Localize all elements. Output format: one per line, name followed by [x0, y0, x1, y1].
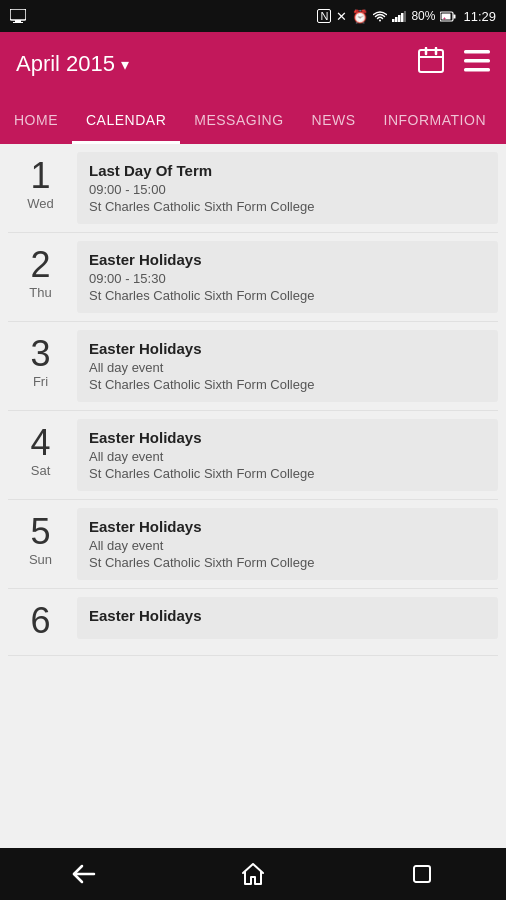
event-time-3: All day event — [89, 360, 486, 375]
battery-icon: + — [440, 11, 456, 22]
home-button[interactable] — [223, 848, 283, 900]
svg-rect-20 — [414, 866, 430, 882]
event-time-2: 09:00 - 15:30 — [89, 271, 486, 286]
event-title-4: Easter Holidays — [89, 429, 486, 446]
signal-icon — [392, 10, 406, 22]
tab-calendar[interactable]: Calendar — [72, 96, 180, 144]
day-number-2: 2 — [30, 247, 50, 283]
app-header: April 2015 ▾ — [0, 32, 506, 96]
event-time-5: All day event — [89, 538, 486, 553]
svg-rect-2 — [13, 22, 23, 23]
event-card-3[interactable]: Easter Holidays All day event St Charles… — [77, 330, 498, 402]
event-location-3: St Charles Catholic Sixth Form College — [89, 377, 486, 392]
event-time-1: 09:00 - 15:00 — [89, 182, 486, 197]
day-number-col-5: 5 Sun — [8, 508, 73, 580]
event-title-5: Easter Holidays — [89, 518, 486, 535]
day-number-col-1: 1 Wed — [8, 152, 73, 224]
event-location-4: St Charles Catholic Sixth Form College — [89, 466, 486, 481]
svg-rect-12 — [419, 50, 443, 72]
day-name-4: Sat — [31, 463, 51, 478]
calendar-events-list: 1 Wed Last Day Of Term 09:00 - 15:00 St … — [0, 144, 506, 848]
dropdown-arrow-icon[interactable]: ▾ — [121, 55, 129, 74]
svg-rect-18 — [464, 68, 490, 72]
day-name-1: Wed — [27, 196, 54, 211]
status-time: 11:29 — [463, 9, 496, 24]
event-title-6: Easter Holidays — [89, 607, 486, 624]
table-row[interactable]: 3 Fri Easter Holidays All day event St C… — [8, 322, 498, 411]
day-number-col-2: 2 Thu — [8, 241, 73, 313]
table-row[interactable]: 5 Sun Easter Holidays All day event St C… — [8, 500, 498, 589]
day-number-3: 3 — [30, 336, 50, 372]
day-number-col-6: 6 — [8, 597, 73, 639]
screen-icon — [10, 9, 26, 23]
x-icon: ✕ — [336, 9, 347, 24]
menu-svg — [464, 50, 490, 72]
svg-rect-17 — [464, 59, 490, 63]
table-row[interactable]: 2 Thu Easter Holidays 09:00 - 15:30 St C… — [8, 233, 498, 322]
month-year-title: April 2015 — [16, 51, 115, 77]
day-number-6: 6 — [30, 603, 50, 639]
recent-apps-icon — [412, 864, 432, 884]
day-name-2: Thu — [29, 285, 51, 300]
event-location-1: St Charles Catholic Sixth Form College — [89, 199, 486, 214]
svg-rect-0 — [10, 9, 26, 20]
wifi-icon — [373, 10, 387, 22]
calendar-header-icon[interactable] — [418, 47, 444, 81]
day-name-3: Fri — [33, 374, 48, 389]
tab-messaging[interactable]: Messaging — [180, 96, 297, 144]
svg-rect-1 — [15, 20, 21, 22]
status-left-icons — [10, 9, 26, 23]
svg-text:+: + — [443, 15, 446, 21]
svg-rect-5 — [398, 15, 401, 22]
nfc-icon: N — [317, 9, 331, 23]
event-title-3: Easter Holidays — [89, 340, 486, 357]
tab-home[interactable]: Home — [0, 96, 72, 144]
day-number-1: 1 — [30, 158, 50, 194]
back-button[interactable] — [54, 848, 114, 900]
day-number-col-3: 3 Fri — [8, 330, 73, 402]
home-icon — [242, 863, 264, 885]
table-row[interactable]: 6 Easter Holidays — [8, 589, 498, 656]
event-time-4: All day event — [89, 449, 486, 464]
bottom-navigation — [0, 848, 506, 900]
event-title-1: Last Day Of Term — [89, 162, 486, 179]
status-right-icons: N ✕ ⏰ 80% + 11:29 — [317, 9, 496, 24]
day-name-5: Sun — [29, 552, 52, 567]
svg-rect-3 — [392, 19, 395, 22]
header-icons-group — [418, 47, 490, 81]
header-title-area[interactable]: April 2015 ▾ — [16, 51, 129, 77]
svg-rect-7 — [404, 11, 406, 22]
event-card-5[interactable]: Easter Holidays All day event St Charles… — [77, 508, 498, 580]
event-location-2: St Charles Catholic Sixth Form College — [89, 288, 486, 303]
event-card-4[interactable]: Easter Holidays All day event St Charles… — [77, 419, 498, 491]
back-arrow-icon — [72, 864, 96, 884]
status-bar: N ✕ ⏰ 80% + 11:29 — [0, 0, 506, 32]
tab-news[interactable]: News — [298, 96, 370, 144]
alarm-icon: ⏰ — [352, 9, 368, 24]
event-title-2: Easter Holidays — [89, 251, 486, 268]
event-location-5: St Charles Catholic Sixth Form College — [89, 555, 486, 570]
nav-tabs: Home Calendar Messaging News Information — [0, 96, 506, 144]
day-number-col-4: 4 Sat — [8, 419, 73, 491]
event-card-6[interactable]: Easter Holidays — [77, 597, 498, 639]
svg-rect-9 — [454, 14, 456, 18]
calendar-svg — [418, 47, 444, 75]
table-row[interactable]: 1 Wed Last Day Of Term 09:00 - 15:00 St … — [8, 144, 498, 233]
recent-apps-button[interactable] — [392, 848, 452, 900]
day-number-5: 5 — [30, 514, 50, 550]
menu-icon[interactable] — [464, 50, 490, 78]
day-number-4: 4 — [30, 425, 50, 461]
svg-rect-4 — [395, 17, 398, 22]
tab-information[interactable]: Information — [370, 96, 500, 144]
svg-rect-16 — [464, 50, 490, 54]
table-row[interactable]: 4 Sat Easter Holidays All day event St C… — [8, 411, 498, 500]
battery-percent: 80% — [411, 9, 435, 23]
event-card-1[interactable]: Last Day Of Term 09:00 - 15:00 St Charle… — [77, 152, 498, 224]
event-card-2[interactable]: Easter Holidays 09:00 - 15:30 St Charles… — [77, 241, 498, 313]
svg-rect-6 — [401, 13, 404, 22]
